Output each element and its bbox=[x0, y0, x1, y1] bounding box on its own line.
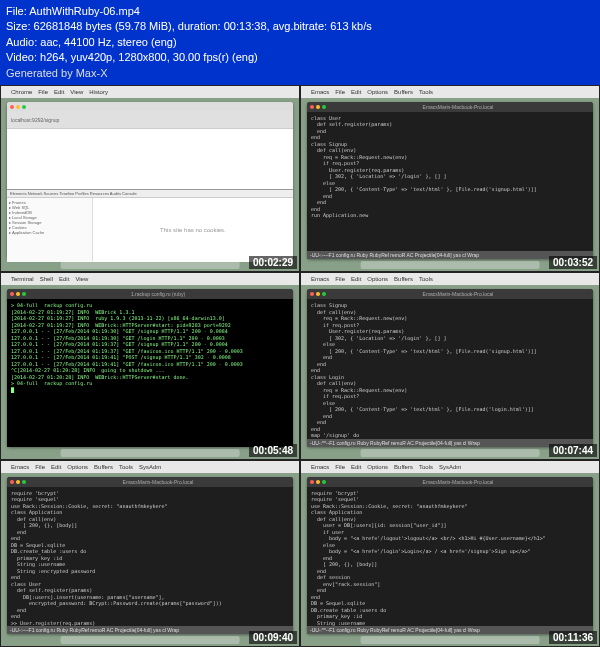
menubar: EmacsFileEditOptionsBuffersToolsSysAdm bbox=[1, 461, 299, 473]
timestamp: 00:07:44 bbox=[549, 444, 597, 457]
devtools: Elements Network Sources Timeline Profil… bbox=[7, 189, 293, 263]
code-editor[interactable]: class User def self.register(params) end… bbox=[307, 112, 593, 251]
emacs-window: EmacsMarin-Macbook-Pro.local class User … bbox=[307, 102, 593, 259]
devtools-tabs[interactable]: Elements Network Sources Timeline Profil… bbox=[7, 190, 293, 198]
code-editor[interactable]: class Signup def call(env) req = Rack::R… bbox=[307, 299, 593, 438]
thumbnail-3: EmacsFileEditOptionsBuffersTools EmacsMa… bbox=[300, 272, 600, 459]
file-label: File: bbox=[6, 5, 27, 17]
timestamp: 00:11:36 bbox=[549, 631, 597, 644]
menubar: TerminalShellEditView bbox=[1, 273, 299, 285]
audio-value: aac, 44100 Hz, stereo (eng) bbox=[40, 36, 176, 48]
duration-value: 00:13:38, bbox=[224, 20, 270, 32]
media-info-header: File: AuthWithRuby-06.mp4 Size: 62681848… bbox=[0, 0, 600, 85]
bitrate-value: 613 kb/s bbox=[330, 20, 372, 32]
timestamp: 00:02:29 bbox=[249, 256, 297, 269]
audio-label: Audio: bbox=[6, 36, 37, 48]
menubar: EmacsFileEditOptionsBuffersTools bbox=[301, 273, 599, 285]
menubar: EmacsFileEditOptionsBuffersToolsSysAdm bbox=[301, 461, 599, 473]
timestamp: 00:05:48 bbox=[249, 444, 297, 457]
menubar: Chrome File Edit View History bbox=[1, 86, 299, 98]
dock bbox=[61, 261, 240, 269]
menubar: EmacsFileEditOptionsBuffersTools bbox=[301, 86, 599, 98]
code-editor[interactable]: require 'bcrypt'require 'sequel'use Rack… bbox=[307, 487, 593, 626]
thumbnail-4: EmacsFileEditOptionsBuffersToolsSysAdm E… bbox=[0, 460, 300, 647]
emacs-window: EmacsMarin-Macbook-Pro.local class Signu… bbox=[307, 289, 593, 446]
emacs-window: EmacsMarin-Macbook-Pro.local require 'bc… bbox=[7, 477, 293, 634]
code-editor[interactable]: require 'bcrypt'require 'sequel'use Rack… bbox=[7, 487, 293, 626]
chrome-window: localhost:9292/signup Elements Network S… bbox=[7, 102, 293, 259]
thumbnail-5: EmacsFileEditOptionsBuffersToolsSysAdm E… bbox=[300, 460, 600, 647]
browser-chrome: localhost:9292/signup bbox=[7, 111, 293, 129]
titlebar bbox=[7, 102, 293, 111]
devtools-sidebar[interactable]: ▸ Frames▸ Web SQL▸ IndexedDB▸ Local Stor… bbox=[7, 198, 93, 263]
thumbnail-2: TerminalShellEditView 1.rackup config.ru… bbox=[0, 272, 300, 459]
thumbnail-0: Chrome File Edit View History localhost:… bbox=[0, 85, 300, 272]
thumbnail-grid: Chrome File Edit View History localhost:… bbox=[0, 85, 600, 647]
address-bar[interactable]: localhost:9292/signup bbox=[7, 111, 293, 129]
timestamp: 00:09:40 bbox=[249, 631, 297, 644]
timestamp: 00:03:52 bbox=[549, 256, 597, 269]
filename: AuthWithRuby-06.mp4 bbox=[29, 5, 140, 17]
size-value: 62681848 bytes (59.78 MiB), bbox=[34, 20, 175, 32]
emacs-window: EmacsMarin-Macbook-Pro.local require 'bc… bbox=[307, 477, 593, 634]
page-body bbox=[7, 129, 293, 188]
terminal-window: 1.rackup config.ru (ruby) > 04-full rack… bbox=[7, 289, 293, 446]
generated-by: Generated by Max-X bbox=[6, 66, 594, 81]
duration-label: duration: bbox=[178, 20, 221, 32]
devtools-message: This site has no cookies. bbox=[93, 198, 293, 263]
size-label: Size: bbox=[6, 20, 30, 32]
bitrate-label: avg.bitrate: bbox=[273, 20, 327, 32]
terminal-output[interactable]: > 04-full rackup config.ru[2014-02-27 01… bbox=[7, 299, 293, 446]
video-label: Video: bbox=[6, 51, 37, 63]
thumbnail-1: EmacsFileEditOptionsBuffersTools EmacsMa… bbox=[300, 85, 600, 272]
video-value: h264, yuv420p, 1280x800, 30.00 fps(r) (e… bbox=[40, 51, 258, 63]
